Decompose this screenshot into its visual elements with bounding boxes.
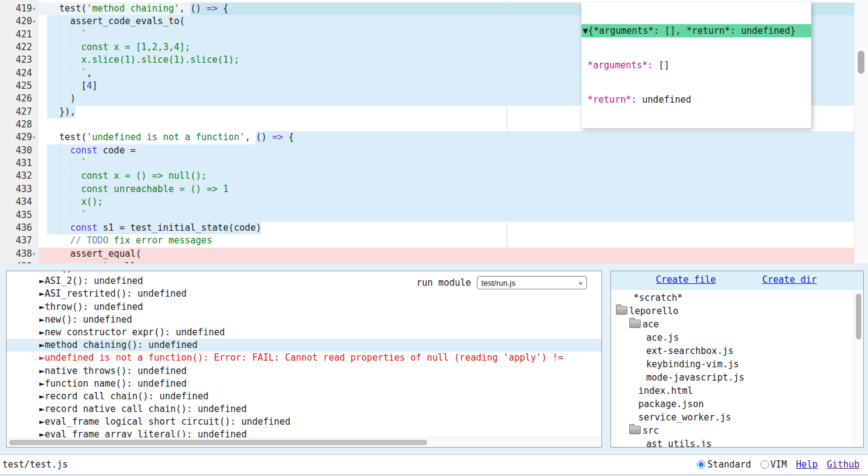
execution-highlight [39,248,855,260]
line-number[interactable]: 428 [0,118,47,131]
code-editor[interactable]: 419▾ test('method chaining', () => {420▾… [0,0,868,263]
expand-arrow-icon[interactable]: ► [39,271,45,274]
code-line[interactable]: 431 ` [0,157,868,170]
test-result-item[interactable]: ►method chaining(): undefined [7,339,601,352]
test-result-item[interactable]: ►new constructor expr(): undefined [7,326,601,339]
tree-folder[interactable]: ace [611,318,853,331]
code-line[interactable]: 438▾ assert_equal( [0,248,868,260]
tree-item-label: keybinding-vim.js [646,359,739,370]
tree-folder[interactable]: leporello [611,304,853,318]
tree-file[interactable]: keybinding-vim.js [611,358,853,371]
create-dir-button[interactable]: Create dir [762,274,817,285]
expand-arrow-icon[interactable]: ► [39,301,45,312]
code-line[interactable]: 432 const x = () => null(); [0,170,868,182]
file-tree[interactable]: *scratch*leporelloaceace.jsext-searchbox… [611,291,853,447]
expand-arrow-icon[interactable]: ► [39,288,45,299]
inspector-header[interactable]: ▼{*arguments*: [], *return*: undefined} [581,24,811,37]
line-number[interactable]: 436 [0,222,47,234]
line-number[interactable]: 429▾ [0,131,47,144]
tree-file[interactable]: index.html [611,384,853,397]
code-line[interactable]: 430 const code = [0,144,868,157]
inspector-row-return[interactable]: *return*: undefined [581,94,811,106]
code-line[interactable]: 436 const s1 = test_initial_state(code) [0,222,868,234]
test-result-item-failed[interactable]: ►undefined is not a function(): Error: F… [7,352,601,364]
expand-arrow-icon[interactable]: ► [39,391,45,402]
test-result-item[interactable]: ►record native call chain(): undefined [7,403,601,416]
line-number[interactable]: 422 [0,41,47,54]
code-line[interactable]: 429▾ test('undefined is not a function',… [0,131,868,144]
github-link[interactable]: Github [827,459,860,470]
test-result-item[interactable]: ►throw(): undefined [7,301,601,314]
keybinding-vim-radio[interactable]: VIM [760,459,787,470]
test-result-item[interactable]: ►new(): undefined [7,314,601,326]
expand-arrow-icon[interactable]: ► [39,352,45,363]
line-number[interactable]: 437 [0,234,47,247]
results-hscrollbar[interactable] [7,437,601,447]
code-line[interactable]: 435 ` [0,209,868,222]
line-number[interactable]: 435 [0,209,47,222]
line-number[interactable]: 426 [0,92,47,105]
line-number[interactable]: 423 [0,54,47,66]
inspector-row-arguments[interactable]: *arguments*: [] [581,59,811,72]
expand-arrow-icon[interactable]: ► [39,404,45,414]
tree-folder[interactable]: src [611,424,853,437]
keybinding-standard-radio[interactable]: Standard [697,459,751,470]
fold-arrow-icon[interactable]: ▾ [32,5,36,13]
test-result-label: new constructor expr(): undefined [45,327,225,338]
test-result-item[interactable]: ►function name(): undefined [7,378,601,390]
test-result-item[interactable]: ►ASI_restrited(): undefined [7,288,601,300]
files-scrollbar-thumb[interactable] [856,294,861,339]
fold-arrow-icon[interactable]: ▾ [32,133,36,141]
line-number[interactable]: 431 [0,157,47,170]
tree-file[interactable]: ace.js [611,331,853,344]
run-module-select[interactable]: test/run.js [477,276,587,289]
line-number[interactable]: 425 [0,80,47,92]
code-line[interactable]: 437 // TODO fix error messages [0,234,868,247]
editor-scrollbar-thumb[interactable] [858,51,864,74]
expand-arrow-icon[interactable]: ► [39,327,45,338]
line-number[interactable]: 433 [0,183,47,196]
radio-selected-icon[interactable] [697,460,705,469]
line-number[interactable]: 419▾ [0,2,47,15]
tree-file[interactable]: ast_utils.js [611,437,853,447]
expand-arrow-icon[interactable]: ► [39,314,45,325]
test-result-item[interactable]: ►native throws(): undefined [7,365,601,378]
fold-arrow-icon[interactable]: ▾ [32,250,36,258]
line-number[interactable]: 439 [0,260,47,263]
line-number[interactable]: 421 [0,28,47,41]
line-number[interactable]: 424 [0,67,47,80]
code-line[interactable]: 433 const unreachable = () => 1 [0,183,868,196]
tree-file[interactable]: mode-javascript.js [611,371,853,384]
line-number[interactable]: 430 [0,144,47,157]
tree-item-label: package.json [638,399,704,410]
create-file-button[interactable]: Create file [656,274,716,285]
files-scrollbar[interactable] [853,290,863,447]
tree-file[interactable]: ext-searchbox.js [611,344,853,358]
expand-arrow-icon[interactable]: ► [39,416,45,427]
expand-arrow-icon[interactable]: ► [39,339,45,350]
line-number[interactable]: 434 [0,196,47,208]
line-number[interactable]: 427 [0,106,47,118]
test-result-label: undefined is not a function(): Error: FA… [45,352,563,363]
fold-arrow-icon[interactable]: ▾ [32,18,36,25]
tree-file[interactable]: service_worker.js [611,411,853,424]
test-result-item[interactable]: ►ASI(): undefined [7,271,601,275]
line-number[interactable]: 438▾ [0,248,47,260]
radio-unselected-icon[interactable] [760,460,769,469]
expand-arrow-icon[interactable]: ► [39,365,45,376]
code-line[interactable]: 434 x(); [0,196,868,208]
results-hscrollbar-thumb[interactable] [9,440,427,445]
expand-arrow-icon[interactable]: ► [39,275,45,286]
test-result-item[interactable]: ►eval_frame logical short circuit(): und… [7,416,601,428]
expanded-arrow-icon[interactable]: ▼ [583,25,588,36]
tree-file[interactable]: *scratch* [611,291,853,304]
test-result-item[interactable]: ►record call chain(): undefined [7,390,601,403]
line-number[interactable]: 432 [0,170,47,182]
line-number[interactable]: 420▾ [0,15,47,28]
expand-arrow-icon[interactable]: ► [39,378,45,389]
editor-scrollbar[interactable] [854,0,868,263]
help-link[interactable]: Help [796,459,818,470]
code-line[interactable]: 439 const call = ... [0,260,868,263]
test-results-list[interactable]: ►ASI(): undefined►ASI_2(): undefined►ASI… [7,273,601,442]
tree-file[interactable]: package.json [611,397,853,411]
